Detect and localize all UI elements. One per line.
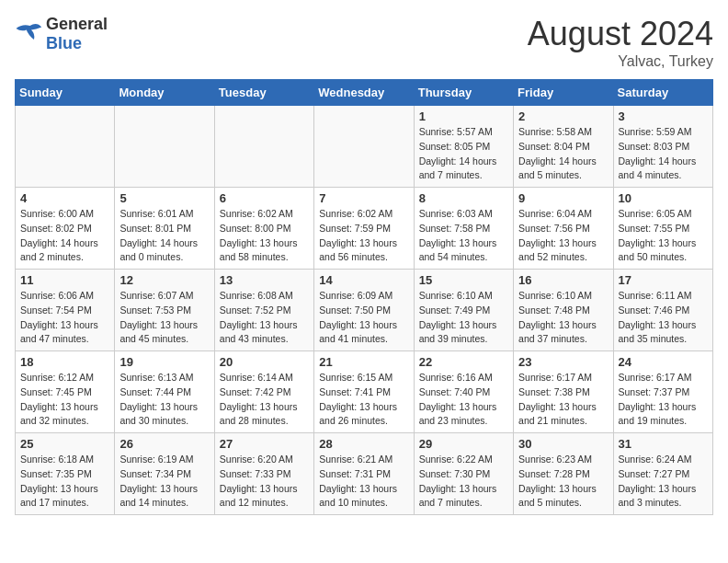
day-number: 7 — [319, 191, 408, 205]
day-number: 31 — [619, 437, 708, 451]
logo-bird-icon — [15, 20, 42, 48]
day-number: 12 — [119, 273, 209, 287]
day-info: Sunrise: 6:21 AM Sunset: 7:31 PM Dayligh… — [319, 453, 408, 511]
day-info: Sunrise: 6:24 AM Sunset: 7:27 PM Dayligh… — [619, 453, 708, 511]
day-number: 25 — [20, 437, 109, 451]
day-info: Sunrise: 6:07 AM Sunset: 7:53 PM Dayligh… — [119, 289, 209, 347]
day-number: 14 — [319, 273, 408, 287]
day-info: Sunrise: 6:10 AM Sunset: 7:48 PM Dayligh… — [518, 289, 608, 347]
day-info: Sunrise: 6:04 AM Sunset: 7:56 PM Dayligh… — [518, 207, 608, 265]
weekday-header-wednesday: Wednesday — [314, 80, 414, 106]
calendar-cell: 20Sunrise: 6:14 AM Sunset: 7:42 PM Dayli… — [214, 351, 313, 433]
calendar-cell: 2Sunrise: 5:58 AM Sunset: 8:04 PM Daylig… — [514, 106, 613, 188]
day-info: Sunrise: 6:23 AM Sunset: 7:28 PM Dayligh… — [518, 453, 608, 511]
day-info: Sunrise: 6:16 AM Sunset: 7:40 PM Dayligh… — [419, 371, 508, 429]
calendar-cell: 13Sunrise: 6:08 AM Sunset: 7:52 PM Dayli… — [214, 270, 313, 351]
day-info: Sunrise: 6:11 AM Sunset: 7:46 PM Dayligh… — [619, 289, 708, 347]
day-number: 20 — [220, 355, 309, 369]
day-info: Sunrise: 6:13 AM Sunset: 7:44 PM Dayligh… — [119, 371, 209, 429]
weekday-header-saturday: Saturday — [613, 80, 712, 106]
calendar-cell: 21Sunrise: 6:15 AM Sunset: 7:41 PM Dayli… — [314, 351, 414, 433]
calendar-cell: 14Sunrise: 6:09 AM Sunset: 7:50 PM Dayli… — [314, 270, 414, 351]
day-info: Sunrise: 6:17 AM Sunset: 7:37 PM Dayligh… — [619, 371, 708, 429]
calendar-cell: 11Sunrise: 6:06 AM Sunset: 7:54 PM Dayli… — [16, 270, 115, 351]
day-info: Sunrise: 6:15 AM Sunset: 7:41 PM Dayligh… — [319, 371, 408, 429]
day-info: Sunrise: 6:17 AM Sunset: 7:38 PM Dayligh… — [518, 371, 608, 429]
calendar-cell: 8Sunrise: 6:03 AM Sunset: 7:58 PM Daylig… — [414, 188, 513, 270]
day-info: Sunrise: 6:08 AM Sunset: 7:52 PM Dayligh… — [220, 289, 309, 347]
calendar-cell: 18Sunrise: 6:12 AM Sunset: 7:45 PM Dayli… — [16, 351, 115, 433]
day-number: 16 — [518, 273, 608, 287]
calendar-table: SundayMondayTuesdayWednesdayThursdayFrid… — [15, 79, 713, 515]
calendar-cell: 26Sunrise: 6:19 AM Sunset: 7:34 PM Dayli… — [115, 433, 214, 515]
calendar-cell: 29Sunrise: 6:22 AM Sunset: 7:30 PM Dayli… — [414, 433, 513, 515]
day-number: 5 — [119, 191, 209, 205]
calendar-cell: 6Sunrise: 6:02 AM Sunset: 8:00 PM Daylig… — [214, 188, 313, 270]
calendar-cell: 31Sunrise: 6:24 AM Sunset: 7:27 PM Dayli… — [613, 433, 712, 515]
day-number: 8 — [419, 191, 508, 205]
day-info: Sunrise: 6:19 AM Sunset: 7:34 PM Dayligh… — [119, 453, 209, 511]
day-info: Sunrise: 6:00 AM Sunset: 8:02 PM Dayligh… — [20, 207, 109, 265]
day-number: 1 — [419, 109, 508, 123]
weekday-header-friday: Friday — [514, 80, 613, 106]
calendar-cell: 24Sunrise: 6:17 AM Sunset: 7:37 PM Dayli… — [613, 351, 712, 433]
location-subtitle: Yalvac, Turkey — [528, 53, 713, 70]
calendar-cell: 15Sunrise: 6:10 AM Sunset: 7:49 PM Dayli… — [414, 270, 513, 351]
weekday-header-monday: Monday — [115, 80, 214, 106]
calendar-cell: 9Sunrise: 6:04 AM Sunset: 7:56 PM Daylig… — [514, 188, 613, 270]
day-info: Sunrise: 6:12 AM Sunset: 7:45 PM Dayligh… — [20, 371, 109, 429]
day-number: 13 — [220, 273, 309, 287]
calendar-cell: 5Sunrise: 6:01 AM Sunset: 8:01 PM Daylig… — [115, 188, 214, 270]
day-info: Sunrise: 6:06 AM Sunset: 7:54 PM Dayligh… — [20, 289, 109, 347]
calendar-cell — [115, 106, 214, 188]
calendar-week-row-1: 1Sunrise: 5:57 AM Sunset: 8:05 PM Daylig… — [16, 106, 713, 188]
day-info: Sunrise: 6:10 AM Sunset: 7:49 PM Dayligh… — [419, 289, 508, 347]
calendar-cell: 16Sunrise: 6:10 AM Sunset: 7:48 PM Dayli… — [514, 270, 613, 351]
day-info: Sunrise: 6:05 AM Sunset: 7:55 PM Dayligh… — [619, 207, 708, 265]
calendar-cell: 23Sunrise: 6:17 AM Sunset: 7:38 PM Dayli… — [514, 351, 613, 433]
day-number: 2 — [518, 109, 608, 123]
title-block: August 2024 Yalvac, Turkey — [528, 15, 713, 70]
day-number: 18 — [20, 355, 109, 369]
calendar-week-row-2: 4Sunrise: 6:00 AM Sunset: 8:02 PM Daylig… — [16, 188, 713, 270]
calendar-cell: 3Sunrise: 5:59 AM Sunset: 8:03 PM Daylig… — [613, 106, 712, 188]
calendar-cell: 7Sunrise: 6:02 AM Sunset: 7:59 PM Daylig… — [314, 188, 414, 270]
day-number: 10 — [619, 191, 708, 205]
day-number: 6 — [220, 191, 309, 205]
day-number: 3 — [619, 109, 708, 123]
day-number: 15 — [419, 273, 508, 287]
day-info: Sunrise: 5:58 AM Sunset: 8:04 PM Dayligh… — [518, 125, 608, 183]
calendar-week-row-5: 25Sunrise: 6:18 AM Sunset: 7:35 PM Dayli… — [16, 433, 713, 515]
calendar-cell: 17Sunrise: 6:11 AM Sunset: 7:46 PM Dayli… — [613, 270, 712, 351]
day-number: 23 — [518, 355, 608, 369]
calendar-cell: 4Sunrise: 6:00 AM Sunset: 8:02 PM Daylig… — [16, 188, 115, 270]
day-info: Sunrise: 6:01 AM Sunset: 8:01 PM Dayligh… — [119, 207, 209, 265]
day-number: 22 — [419, 355, 508, 369]
day-number: 28 — [319, 437, 408, 451]
calendar-cell: 19Sunrise: 6:13 AM Sunset: 7:44 PM Dayli… — [115, 351, 214, 433]
weekday-header-thursday: Thursday — [414, 80, 513, 106]
logo-text: GeneralBlue — [46, 15, 108, 53]
day-number: 19 — [119, 355, 209, 369]
day-info: Sunrise: 6:22 AM Sunset: 7:30 PM Dayligh… — [419, 453, 508, 511]
calendar-cell: 22Sunrise: 6:16 AM Sunset: 7:40 PM Dayli… — [414, 351, 513, 433]
calendar-cell: 10Sunrise: 6:05 AM Sunset: 7:55 PM Dayli… — [613, 188, 712, 270]
calendar-week-row-3: 11Sunrise: 6:06 AM Sunset: 7:54 PM Dayli… — [16, 270, 713, 351]
day-number: 24 — [619, 355, 708, 369]
day-info: Sunrise: 6:02 AM Sunset: 7:59 PM Dayligh… — [319, 207, 408, 265]
calendar-cell: 28Sunrise: 6:21 AM Sunset: 7:31 PM Dayli… — [314, 433, 414, 515]
calendar-cell: 1Sunrise: 5:57 AM Sunset: 8:05 PM Daylig… — [414, 106, 513, 188]
logo: GeneralBlue — [15, 15, 108, 53]
day-number: 30 — [518, 437, 608, 451]
weekday-header-sunday: Sunday — [16, 80, 115, 106]
day-number: 4 — [20, 191, 109, 205]
day-number: 29 — [419, 437, 508, 451]
day-info: Sunrise: 6:14 AM Sunset: 7:42 PM Dayligh… — [220, 371, 309, 429]
calendar-week-row-4: 18Sunrise: 6:12 AM Sunset: 7:45 PM Dayli… — [16, 351, 713, 433]
day-number: 11 — [20, 273, 109, 287]
day-info: Sunrise: 5:59 AM Sunset: 8:03 PM Dayligh… — [619, 125, 708, 183]
day-number: 9 — [518, 191, 608, 205]
day-info: Sunrise: 6:18 AM Sunset: 7:35 PM Dayligh… — [20, 453, 109, 511]
month-year-title: August 2024 — [528, 15, 713, 53]
day-info: Sunrise: 6:02 AM Sunset: 8:00 PM Dayligh… — [220, 207, 309, 265]
